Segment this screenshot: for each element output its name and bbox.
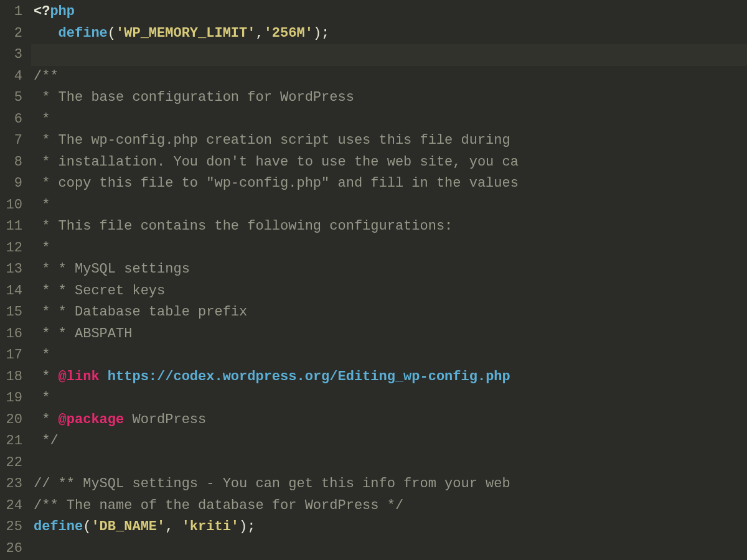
- line-number: 6: [5, 109, 22, 131]
- code-line[interactable]: /** The name of the database for WordPre…: [31, 495, 747, 517]
- token-doctag: @package: [59, 412, 125, 427]
- code-line[interactable]: * @package WordPress: [31, 409, 747, 431]
- token-comment: */: [34, 433, 59, 449]
- token-string: '256M': [264, 26, 313, 41]
- line-number: 21: [5, 431, 22, 452]
- code-line[interactable]: */: [31, 431, 747, 452]
- token-comment: * * Secret keys: [34, 283, 165, 299]
- code-line[interactable]: * copy this file to "wp-config.php" and …: [31, 173, 747, 195]
- line-number: 25: [5, 516, 22, 538]
- line-number: 19: [5, 388, 22, 409]
- code-line[interactable]: define('WP_MEMORY_LIMIT','256M');: [31, 23, 747, 45]
- line-number: 13: [5, 259, 22, 281]
- token-func: define: [59, 26, 108, 41]
- token-link: https://codex.wordpress.org/Editing_wp-c…: [108, 369, 510, 385]
- token-text: [34, 26, 59, 41]
- line-number: 22: [5, 452, 22, 474]
- token-string: 'DB_NAME': [91, 519, 165, 534]
- code-line[interactable]: * This file contains the following confi…: [31, 216, 747, 238]
- token-comment: // ** MySQL settings - You can get this …: [34, 476, 519, 492]
- code-line[interactable]: *: [31, 388, 747, 409]
- code-line[interactable]: [31, 44, 747, 66]
- line-number-gutter: 1234567891011121314151617181920212223242…: [0, 0, 31, 560]
- token-comment: *: [34, 197, 50, 213]
- line-number: 8: [5, 152, 22, 174]
- token-comment: *: [34, 347, 50, 363]
- code-line[interactable]: /**: [31, 66, 747, 88]
- code-line[interactable]: * * Secret keys: [31, 281, 747, 302]
- line-number: 4: [5, 66, 22, 88]
- token-punct: ;: [321, 26, 329, 41]
- line-number: 17: [5, 345, 22, 366]
- line-number: 20: [5, 409, 22, 431]
- code-line[interactable]: [31, 538, 747, 560]
- token-paren: (: [108, 26, 116, 41]
- token-comment: * This file contains the following confi…: [34, 218, 453, 234]
- code-line[interactable]: * * Database table prefix: [31, 302, 747, 324]
- code-line[interactable]: * * MySQL settings: [31, 259, 747, 281]
- token-comment: * * Database table prefix: [34, 304, 247, 320]
- code-line[interactable]: *: [31, 195, 747, 217]
- token-comment: WordPress: [124, 412, 206, 427]
- token-comment: /**: [34, 68, 59, 84]
- line-number: 1: [5, 1, 22, 23]
- code-line[interactable]: * The base configuration for WordPress: [31, 87, 747, 109]
- token-comment: *: [34, 390, 50, 406]
- token-comment: /** The name of the database for WordPre…: [34, 498, 403, 513]
- line-number: 9: [5, 173, 22, 195]
- line-number: 24: [5, 495, 22, 517]
- token-paren: ): [239, 519, 247, 534]
- token-phpopen: <?: [34, 4, 50, 19]
- code-line[interactable]: <?php: [31, 1, 747, 23]
- line-number: 26: [5, 538, 22, 560]
- token-comment: *: [34, 412, 59, 427]
- line-number: 12: [5, 238, 22, 259]
- line-number: 16: [5, 324, 22, 345]
- token-comment: *: [34, 369, 59, 385]
- token-comment: *: [34, 111, 50, 127]
- token-string: 'WP_MEMORY_LIMIT': [116, 26, 255, 41]
- line-number: 10: [5, 195, 22, 217]
- code-line[interactable]: define('DB_NAME', 'kriti');: [31, 516, 747, 538]
- token-keyword: php: [50, 4, 75, 19]
- line-number: 3: [5, 44, 22, 66]
- code-line[interactable]: // ** MySQL settings - You can get this …: [31, 474, 747, 495]
- token-paren: (: [83, 519, 91, 534]
- code-line[interactable]: * The wp-config.php creation script uses…: [31, 130, 747, 152]
- token-string: 'kriti': [182, 519, 239, 534]
- token-doctag: @link: [59, 369, 100, 385]
- token-comment: * The base configuration for WordPress: [34, 90, 354, 105]
- code-line[interactable]: [31, 452, 747, 474]
- line-number: 15: [5, 302, 22, 324]
- token-punct: ,: [165, 519, 181, 534]
- code-line[interactable]: * @link https://codex.wordpress.org/Edit…: [31, 366, 747, 388]
- token-comment: * copy this file to "wp-config.php" and …: [34, 175, 519, 191]
- token-comment: * installation. You don't have to use th…: [34, 154, 519, 170]
- line-number: 11: [5, 216, 22, 238]
- code-line[interactable]: *: [31, 109, 747, 131]
- token-comment: *: [34, 240, 50, 256]
- code-line[interactable]: *: [31, 238, 747, 259]
- code-area[interactable]: <?php define('WP_MEMORY_LIMIT','256M'); …: [31, 0, 747, 560]
- code-editor[interactable]: 1234567891011121314151617181920212223242…: [0, 0, 747, 560]
- token-comment: * * MySQL settings: [34, 261, 190, 277]
- token-paren: ): [313, 26, 321, 41]
- token-comment: [100, 369, 108, 385]
- code-line[interactable]: * installation. You don't have to use th…: [31, 152, 747, 174]
- token-func: define: [34, 519, 83, 534]
- line-number: 14: [5, 281, 22, 302]
- token-punct: ;: [247, 519, 255, 534]
- token-comment: * The wp-config.php creation script uses…: [34, 133, 510, 148]
- line-number: 7: [5, 130, 22, 152]
- line-number: 5: [5, 87, 22, 109]
- token-punct: ,: [255, 26, 263, 41]
- code-line[interactable]: *: [31, 345, 747, 366]
- line-number: 2: [5, 23, 22, 45]
- line-number: 18: [5, 366, 22, 388]
- token-comment: * * ABSPATH: [34, 326, 132, 342]
- code-line[interactable]: * * ABSPATH: [31, 324, 747, 345]
- line-number: 23: [5, 474, 22, 495]
